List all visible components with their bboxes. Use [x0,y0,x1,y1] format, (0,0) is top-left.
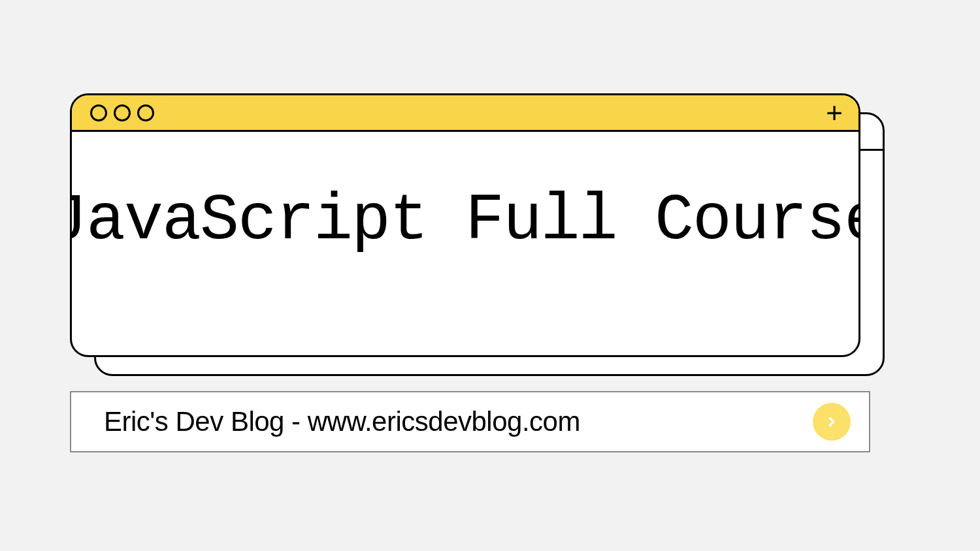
canvas: + JavaScript Full Course Eric's Dev Blog… [0,0,980,551]
window-titlebar: + [72,95,858,132]
chevron-right-icon [825,415,839,429]
traffic-lights [90,104,154,121]
address-bar: Eric's Dev Blog - www.ericsdevblog.com [70,391,870,452]
browser-window: + JavaScript Full Course [70,93,860,357]
go-button[interactable] [813,403,851,441]
address-text: Eric's Dev Blog - www.ericsdevblog.com [104,406,580,437]
minimize-icon[interactable] [114,104,131,121]
maximize-icon[interactable] [137,104,154,121]
page-title: JavaScript Full Course [70,184,860,258]
new-tab-icon[interactable]: + [826,99,843,127]
window-body: JavaScript Full Course [72,132,858,355]
close-icon[interactable] [90,104,107,121]
